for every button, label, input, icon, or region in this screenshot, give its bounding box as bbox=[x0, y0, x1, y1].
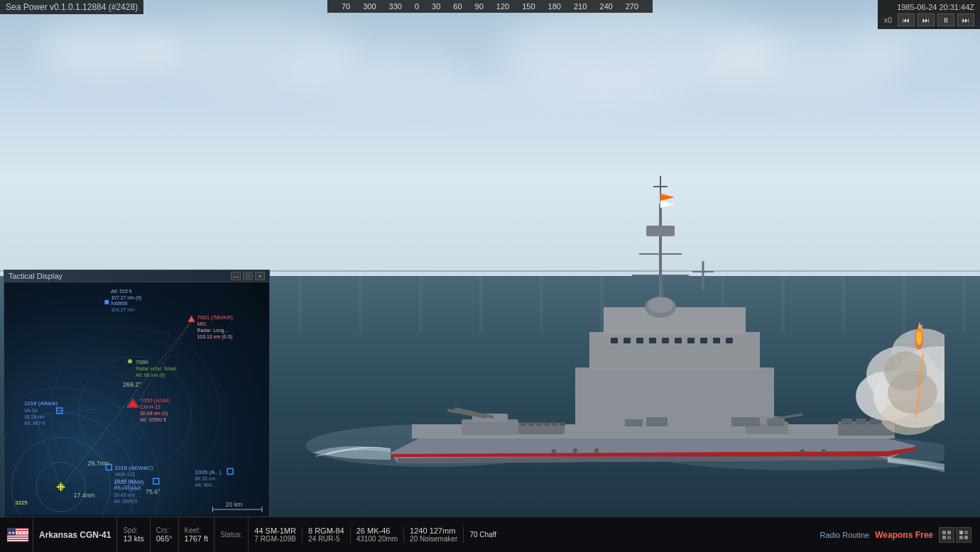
127mm-count: 1240 127mm bbox=[410, 526, 457, 535]
keel-label: Keel: bbox=[185, 526, 209, 534]
grid-icon bbox=[942, 530, 952, 540]
datetime-display: 1985-06-24 20:31:44Z bbox=[897, 3, 974, 11]
svg-point-78 bbox=[79, 356, 192, 469]
svg-text:VAW-122: VAW-122 bbox=[114, 472, 135, 477]
status-icon-1[interactable] bbox=[939, 527, 954, 543]
compass-mark: 180 bbox=[548, 2, 561, 11]
svg-rect-41 bbox=[544, 422, 550, 426]
compass-mark: 70 bbox=[342, 2, 350, 11]
svg-text:Alt: 5965 ft: Alt: 5965 ft bbox=[114, 499, 137, 504]
svg-marker-60 bbox=[660, 201, 675, 208]
speed-value: 13 kts bbox=[123, 534, 143, 543]
svg-text:Radar echo: Small: Radar echo: Small bbox=[136, 366, 177, 371]
rewind-button[interactable]: ⏮ bbox=[898, 13, 915, 26]
weapons-free-badge: Weapons Free bbox=[875, 530, 933, 540]
svg-line-80 bbox=[61, 321, 192, 487]
svg-point-50 bbox=[573, 448, 577, 453]
svg-point-79 bbox=[50, 329, 220, 498]
compass-mark: 90 bbox=[475, 2, 484, 11]
status-right-panel: Radio Routine Weapons Free bbox=[814, 527, 977, 543]
svg-text:107.27 nm (0): 107.27 nm (0) bbox=[111, 295, 141, 301]
speed-label: Spd: bbox=[123, 526, 143, 534]
svg-rect-153 bbox=[964, 536, 968, 539]
svg-text:7090: 7090 bbox=[136, 359, 148, 365]
svg-text:88.35 nm: 88.35 nm bbox=[195, 476, 216, 481]
svg-text:29.43 nm: 29.43 nm bbox=[114, 492, 134, 497]
svg-rect-38 bbox=[521, 422, 526, 426]
chaff-count: 70 Chaff bbox=[469, 531, 496, 539]
tactical-maximize-button[interactable]: □ bbox=[243, 272, 253, 280]
svg-line-84 bbox=[60, 406, 135, 413]
svg-rect-152 bbox=[959, 536, 963, 539]
playback-controls: x0 ⏮ ⏭ ⏸ ⏭ bbox=[883, 13, 974, 26]
tactical-display-window: Tactical Display — □ × bbox=[4, 270, 270, 518]
status-bar: ★★★★★★ Arkansas CGN-41 Spd: 13 kts Crs: … bbox=[0, 517, 980, 552]
svg-rect-39 bbox=[528, 422, 534, 426]
compass-mark: 330 bbox=[389, 2, 402, 11]
svg-text:1026 (A...): 1026 (A...) bbox=[195, 469, 222, 475]
svg-rect-45 bbox=[842, 419, 852, 424]
compass-mark: 150 bbox=[522, 2, 535, 11]
noisemaker-count: 20 Noisemaker bbox=[410, 535, 457, 543]
rgm84-count: 8 RGM-84 bbox=[308, 526, 344, 535]
svg-rect-54 bbox=[625, 419, 643, 426]
svg-point-49 bbox=[552, 449, 556, 453]
svg-text:MiG: MiG bbox=[197, 321, 206, 326]
compass-mark: 120 bbox=[496, 2, 509, 11]
20mm-count: 43100 20mm bbox=[356, 535, 398, 543]
course-section: Crs: 065° bbox=[151, 517, 179, 552]
svg-rect-143 bbox=[7, 539, 28, 541]
step-back-button[interactable]: ⏭ bbox=[918, 13, 935, 26]
weapon-mk46-section: 26 MK-46 43100 20mm bbox=[351, 526, 404, 543]
svg-rect-141 bbox=[7, 535, 28, 536]
game-view: Sea Power v0.1.0.1.12884 (#2428) 70 300 … bbox=[0, 0, 980, 552]
svg-text:★★★★★★: ★★★★★★ bbox=[8, 531, 28, 535]
svg-text:38.59 nm: 38.59 nm bbox=[24, 414, 45, 419]
weapon-chaff-section: 70 Chaff bbox=[464, 531, 502, 539]
radio-routine-label: Radio Routine bbox=[820, 531, 869, 539]
svg-rect-15 bbox=[687, 338, 695, 343]
svg-rect-12 bbox=[649, 338, 656, 343]
pause-button[interactable]: ⏸ bbox=[937, 13, 954, 26]
svg-text:Radar: Long...: Radar: Long... bbox=[197, 328, 228, 333]
svg-text:1022 (AAM): 1022 (AAM) bbox=[114, 479, 144, 485]
fast-forward-button[interactable]: ⏭ bbox=[957, 13, 974, 26]
svg-point-29 bbox=[648, 297, 673, 313]
course-value: 065° bbox=[156, 534, 173, 543]
weapon-127mm-section: 1240 127mm 20 Noisemaker bbox=[404, 526, 464, 543]
rur5-count: 24 RUR-5 bbox=[308, 535, 344, 543]
svg-text:269.2°: 269.2° bbox=[123, 381, 141, 388]
svg-rect-18 bbox=[726, 338, 733, 343]
svg-text:Alt: 566...: Alt: 566... bbox=[195, 482, 216, 487]
svg-rect-43 bbox=[560, 422, 565, 426]
tactical-close-button[interactable]: × bbox=[255, 272, 265, 280]
svg-marker-59 bbox=[660, 194, 675, 201]
ship-area bbox=[270, 128, 980, 517]
svg-rect-10 bbox=[624, 338, 631, 343]
compass-mark: 270 bbox=[626, 2, 638, 11]
svg-text:Alt: 10500 ft: Alt: 10500 ft bbox=[140, 417, 166, 422]
svg-rect-11 bbox=[636, 338, 643, 343]
tactical-map-svg: N6868 104.27 nm 107.27 nm (0) Alt: 515 f… bbox=[4, 282, 269, 515]
svg-text:104.27 nm: 104.27 nm bbox=[111, 307, 134, 312]
status-icon-2[interactable] bbox=[956, 527, 971, 543]
svg-rect-150 bbox=[959, 531, 963, 534]
svg-rect-56 bbox=[731, 417, 760, 426]
svg-text:103.13 nm (0-S): 103.13 nm (0-S) bbox=[197, 334, 232, 340]
svg-rect-40 bbox=[536, 422, 542, 426]
compass-mark: 60 bbox=[453, 2, 462, 11]
tactical-minimize-button[interactable]: — bbox=[231, 272, 241, 280]
speed-section: Spd: 13 kts bbox=[117, 517, 150, 552]
svg-text:Alt: 88 nm (0): Alt: 88 nm (0) bbox=[136, 372, 165, 378]
top-right-panel: 1985-06-24 20:31:44Z x0 ⏮ ⏭ ⏸ ⏭ bbox=[878, 0, 980, 29]
status-label: Status: bbox=[220, 531, 242, 539]
svg-text:30.08 nm (0): 30.08 nm (0) bbox=[140, 411, 168, 416]
menu-icon bbox=[959, 530, 969, 540]
tactical-map[interactable]: N6868 104.27 nm 107.27 nm (0) Alt: 515 f… bbox=[4, 282, 269, 515]
svg-rect-88 bbox=[104, 300, 109, 304]
svg-rect-16 bbox=[700, 338, 707, 343]
tactical-title-buttons: — □ × bbox=[231, 272, 265, 280]
svg-text:Alt: 987 ft: Alt: 987 ft bbox=[24, 421, 45, 426]
svg-text:CXI-H-12: CXI-H-12 bbox=[140, 404, 160, 409]
svg-rect-17 bbox=[713, 338, 720, 343]
